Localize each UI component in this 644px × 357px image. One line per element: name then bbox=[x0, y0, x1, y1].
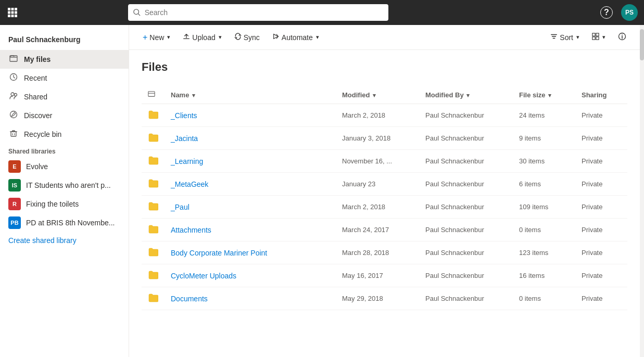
folder-icon bbox=[148, 224, 158, 234]
discover-icon bbox=[8, 110, 19, 121]
row-file-size-cell: 9 items bbox=[513, 127, 575, 150]
folder-icon bbox=[148, 270, 158, 280]
sidebar-item-label-recent: Recent bbox=[24, 74, 47, 82]
sort-button[interactable]: Sort ▾ bbox=[545, 30, 585, 45]
fixing-toilets-label: Fixing the toilets bbox=[26, 200, 79, 208]
table-row[interactable]: Attachments March 24, 2017 Paul Schnacke… bbox=[142, 219, 627, 241]
sidebar-item-recycle-bin[interactable]: Recycle bin bbox=[0, 125, 129, 144]
sidebar-library-evolve[interactable]: E Evolve bbox=[0, 157, 129, 176]
table-row[interactable]: Documents May 29, 2018 Paul Schnackenbur… bbox=[142, 287, 627, 310]
row-name-cell[interactable]: _Clients bbox=[165, 104, 336, 127]
folder-icon bbox=[148, 109, 158, 120]
sidebar-library-fixing-toilets[interactable]: R Fixing the toilets bbox=[0, 195, 129, 213]
content-area: + New ▾ Upload ▾ bbox=[129, 25, 640, 357]
folder-icon bbox=[148, 178, 158, 188]
row-name-cell[interactable]: _MetaGeek bbox=[165, 173, 336, 196]
row-modified-cell: March 28, 2018 bbox=[336, 241, 419, 264]
svg-rect-8 bbox=[15, 15, 17, 17]
col-header-modified[interactable]: Modified ▾ bbox=[336, 86, 419, 104]
table-row[interactable]: _MetaGeek January 23 Paul Schnackenbur 6… bbox=[142, 173, 627, 196]
folder-icon bbox=[148, 292, 158, 303]
row-modified-by-cell: Paul Schnackenbur bbox=[419, 173, 513, 196]
sidebar-item-discover[interactable]: Discover bbox=[0, 106, 129, 125]
file-name-link[interactable]: Attachments bbox=[171, 226, 211, 234]
file-list-container: Files Name ▾ bbox=[129, 50, 640, 357]
create-shared-library-link[interactable]: Create shared library bbox=[0, 232, 129, 249]
sidebar-library-it-students[interactable]: IS IT Students who aren't p... bbox=[0, 176, 129, 195]
row-sharing-cell: Private bbox=[575, 150, 627, 173]
name-sort-icon: ▾ bbox=[192, 92, 195, 98]
evolve-badge: E bbox=[8, 160, 21, 173]
row-name-cell[interactable]: Documents bbox=[165, 287, 336, 310]
row-modified-cell: March 24, 2017 bbox=[336, 219, 419, 241]
avatar[interactable]: PS bbox=[621, 4, 638, 21]
row-sharing-cell: Private bbox=[575, 127, 627, 150]
svg-point-24 bbox=[622, 34, 623, 35]
shared-icon bbox=[8, 92, 19, 102]
table-row[interactable]: _Paul March 2, 2018 Paul Schnackenbur 10… bbox=[142, 196, 627, 219]
row-file-size-cell: 30 items bbox=[513, 150, 575, 173]
upload-button[interactable]: Upload ▾ bbox=[178, 30, 226, 45]
modified-by-sort-icon: ▾ bbox=[466, 92, 470, 98]
file-table: Name ▾ Modified ▾ Modified By ▾ File s bbox=[142, 86, 627, 310]
file-name-link[interactable]: Documents bbox=[171, 295, 208, 303]
table-row[interactable]: _Learning November 16, ... Paul Schnacke… bbox=[142, 150, 627, 173]
scrollbar-thumb[interactable] bbox=[640, 29, 644, 60]
info-button[interactable] bbox=[613, 29, 632, 45]
search-icon bbox=[133, 9, 141, 16]
view-toggle-button[interactable]: ▾ bbox=[587, 30, 611, 45]
sidebar: Paul Schnackenburg My files Recent bbox=[0, 25, 129, 357]
sort-chevron-icon: ▾ bbox=[576, 34, 579, 41]
file-name-link[interactable]: _Clients bbox=[171, 111, 197, 120]
row-modified-by-cell: Paul Schnackenbur bbox=[419, 264, 513, 287]
svg-rect-22 bbox=[596, 37, 599, 40]
table-row[interactable]: _Jacinta January 3, 2018 Paul Schnackenb… bbox=[142, 127, 627, 150]
table-row[interactable]: CycloMeter Uploads May 16, 2017 Paul Sch… bbox=[142, 264, 627, 287]
row-name-cell[interactable]: _Jacinta bbox=[165, 127, 336, 150]
row-modified-cell: March 2, 2018 bbox=[336, 104, 419, 127]
row-icon-cell bbox=[142, 173, 165, 196]
svg-line-10 bbox=[138, 14, 140, 16]
new-label: New bbox=[149, 33, 164, 42]
help-button[interactable]: ? bbox=[600, 6, 613, 19]
waffle-icon[interactable] bbox=[6, 8, 19, 17]
file-name-link[interactable]: Body Corporate Mariner Point bbox=[171, 249, 267, 257]
toolbar-right: Sort ▾ ▾ bbox=[545, 29, 632, 45]
it-students-badge: IS bbox=[8, 179, 21, 192]
row-modified-cell: November 16, ... bbox=[336, 150, 419, 173]
col-header-name[interactable]: Name ▾ bbox=[165, 86, 336, 104]
row-file-size-cell: 6 items bbox=[513, 173, 575, 196]
automate-icon bbox=[272, 33, 280, 42]
row-name-cell[interactable]: _Paul bbox=[165, 196, 336, 219]
table-row[interactable]: Body Corporate Mariner Point March 28, 2… bbox=[142, 241, 627, 264]
file-name-link[interactable]: _Paul bbox=[171, 203, 190, 211]
sidebar-library-pd-bris[interactable]: PB PD at BRIS 8th Novembe... bbox=[0, 213, 129, 232]
row-icon-cell bbox=[142, 127, 165, 150]
sidebar-item-shared[interactable]: Shared bbox=[0, 87, 129, 106]
file-name-link[interactable]: _Jacinta bbox=[171, 134, 198, 143]
scrollbar-track[interactable] bbox=[640, 25, 644, 357]
file-name-link[interactable]: _MetaGeek bbox=[171, 180, 208, 188]
row-name-cell[interactable]: Body Corporate Mariner Point bbox=[165, 241, 336, 264]
search-input[interactable] bbox=[145, 8, 383, 17]
row-name-cell[interactable]: Attachments bbox=[165, 219, 336, 241]
file-name-link[interactable]: CycloMeter Uploads bbox=[171, 272, 236, 280]
row-modified-cell: March 2, 2018 bbox=[336, 196, 419, 219]
table-row[interactable]: _Clients March 2, 2018 Paul Schnackenbur… bbox=[142, 104, 627, 127]
sidebar-item-recent[interactable]: Recent bbox=[0, 69, 129, 87]
sync-button[interactable]: Sync bbox=[229, 30, 265, 45]
row-name-cell[interactable]: CycloMeter Uploads bbox=[165, 264, 336, 287]
row-icon-cell bbox=[142, 219, 165, 241]
col-header-modified-by[interactable]: Modified By ▾ bbox=[419, 86, 513, 104]
automate-button[interactable]: Automate ▾ bbox=[267, 30, 324, 45]
row-file-size-cell: 16 items bbox=[513, 264, 575, 287]
svg-rect-3 bbox=[8, 11, 10, 14]
file-name-link[interactable]: _Learning bbox=[171, 157, 203, 165]
col-header-file-size[interactable]: File size ▾ bbox=[513, 86, 575, 104]
sidebar-item-my-files[interactable]: My files bbox=[0, 50, 129, 69]
toolbar: + New ▾ Upload ▾ bbox=[129, 25, 640, 50]
row-name-cell[interactable]: _Learning bbox=[165, 150, 336, 173]
svg-rect-2 bbox=[15, 8, 17, 10]
new-button[interactable]: + New ▾ bbox=[137, 30, 175, 45]
sidebar-item-label-shared: Shared bbox=[24, 93, 47, 101]
